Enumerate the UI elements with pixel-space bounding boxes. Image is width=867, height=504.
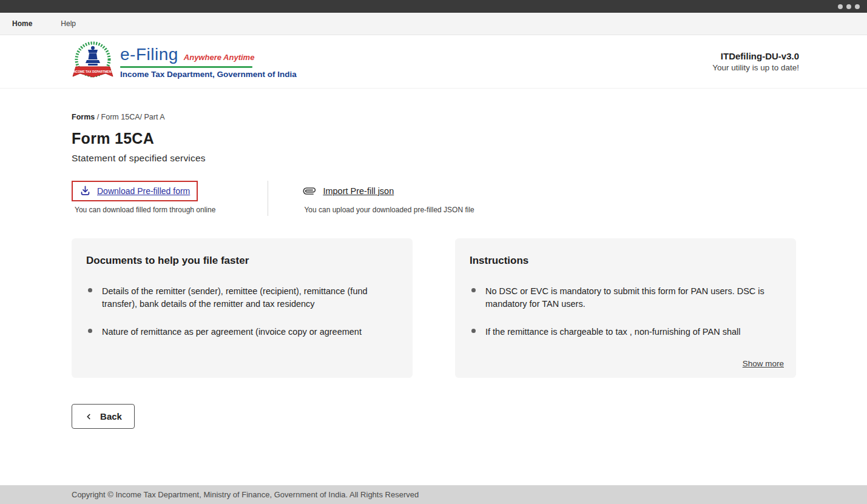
list-item: Details of the remitter (sender), remitt… <box>86 285 398 311</box>
instructions-bullet-text: If the remittance is chargeable to tax ,… <box>485 326 740 338</box>
window-controls[interactable] <box>838 4 860 9</box>
emblem-banner-text: INCOME TAX DEPARTMENT <box>73 70 113 73</box>
bullet-icon <box>471 329 476 333</box>
download-description: You can download filled form through onl… <box>75 206 215 214</box>
window-control-dot-icon[interactable] <box>855 4 860 9</box>
utility-status: Your utility is up to date! <box>712 63 799 72</box>
menubar: Home Help <box>0 13 867 35</box>
back-button[interactable]: Back <box>72 404 135 429</box>
income-tax-emblem-icon: INCOME TAX DEPARTMENT <box>72 39 114 84</box>
download-prefilled-form-label: Download Pre-filled form <box>97 186 190 196</box>
show-more-link[interactable]: Show more <box>743 359 784 368</box>
bullet-icon <box>471 288 476 292</box>
page-subtitle: Statement of specified services <box>72 153 867 164</box>
main-content: Forms / Form 15CA/ Part A Form 15CA Stat… <box>0 89 867 485</box>
list-item: No DSC or EVC is mandatory to submit thi… <box>470 285 781 311</box>
copyright-text: Copyright © Income Tax Department, Minis… <box>72 490 419 499</box>
window-control-dot-icon[interactable] <box>846 4 851 9</box>
instructions-bullet-list: No DSC or EVC is mandatory to submit thi… <box>470 285 781 338</box>
instructions-card-title: Instructions <box>470 255 781 267</box>
footer: Copyright © Income Tax Department, Minis… <box>0 485 867 504</box>
breadcrumb: Forms / Form 15CA/ Part A <box>72 113 867 121</box>
chevron-left-icon <box>84 412 93 421</box>
import-description: You can upload your downloaded pre-fille… <box>304 206 474 214</box>
documents-bullet-text: Details of the remitter (sender), remitt… <box>102 285 372 311</box>
menu-item-help[interactable]: Help <box>61 19 76 28</box>
brand-text: e-Filing Anywhere Anytime Income Tax Dep… <box>120 45 297 79</box>
bullet-icon <box>88 329 92 333</box>
brand-title: e-Filing <box>120 45 178 64</box>
efiling-logo: INCOME TAX DEPARTMENT e-Filing Anywhere … <box>72 39 297 84</box>
page-title: Form 15CA <box>72 130 867 147</box>
download-action: Download Pre-filled form You can downloa… <box>72 181 215 214</box>
brand-divider <box>120 66 252 68</box>
brand-subtitle: Income Tax Department, Government of Ind… <box>120 70 297 79</box>
back-button-label: Back <box>100 411 122 422</box>
list-item: If the remittance is chargeable to tax ,… <box>470 326 781 338</box>
documents-card: Documents to help you file faster Detail… <box>72 238 413 378</box>
app-header: INCOME TAX DEPARTMENT e-Filing Anywhere … <box>0 35 867 89</box>
import-prefill-json-label: Import Pre-fill json <box>323 186 394 196</box>
instructions-card: Instructions No DSC or EVC is mandatory … <box>455 238 796 378</box>
breadcrumb-forms-link[interactable]: Forms <box>72 113 95 121</box>
list-item: Nature of remittance as per agreement (i… <box>86 326 398 338</box>
import-action: Import Pre-fill json You can upload your… <box>303 181 474 214</box>
window-titlebar <box>0 0 867 13</box>
prefill-actions: Download Pre-filled form You can downloa… <box>72 181 867 216</box>
utility-version: ITDefiling-DU-v3.0 <box>712 51 799 61</box>
documents-card-title: Documents to help you file faster <box>86 255 398 267</box>
download-icon <box>79 185 91 197</box>
info-cards: Documents to help you file faster Detail… <box>72 238 867 378</box>
breadcrumb-path: / Form 15CA/ Part A <box>95 113 164 121</box>
download-prefilled-form-button[interactable]: Download Pre-filled form <box>72 181 198 201</box>
import-prefill-json-link[interactable]: Import Pre-fill json <box>303 185 394 197</box>
utility-info: ITDefiling-DU-v3.0 Your utility is up to… <box>712 51 799 72</box>
menu-item-home[interactable]: Home <box>12 19 32 28</box>
paperclip-icon <box>301 183 318 200</box>
documents-bullet-text: Nature of remittance as per agreement (i… <box>102 326 362 338</box>
documents-bullet-list: Details of the remitter (sender), remitt… <box>86 285 398 338</box>
instructions-bullet-text: No DSC or EVC is mandatory to submit thi… <box>485 285 771 311</box>
brand-tagline: Anywhere Anytime <box>184 53 255 62</box>
bullet-icon <box>88 288 92 292</box>
actions-divider <box>268 181 268 216</box>
window-control-dot-icon[interactable] <box>838 4 843 9</box>
